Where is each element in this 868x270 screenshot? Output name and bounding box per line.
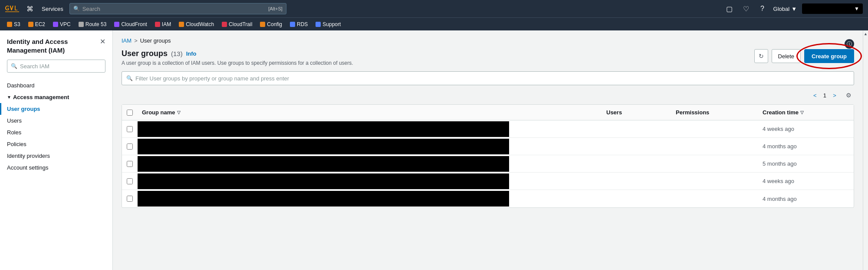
sidebar-item-account-settings[interactable]: Account settings (0, 162, 112, 173)
sidebar-item-dashboard[interactable]: Dashboard (0, 80, 112, 91)
chevron-down-icon: ▼ (854, 6, 859, 12)
service-iam[interactable]: IAM (152, 20, 174, 28)
create-button-wrapper: Create group (804, 49, 854, 63)
row-5-creation: 4 months ago (758, 196, 854, 202)
sidebar-item-policies[interactable]: Policies (0, 138, 112, 150)
row-3-checkbox[interactable] (122, 161, 138, 167)
pagination-settings-button[interactable]: ⚙ (843, 90, 854, 101)
row-1-checkbox[interactable] (122, 126, 138, 132)
service-s3[interactable]: S3 (4, 20, 23, 28)
rds-dot (290, 22, 295, 27)
service-cloudwatch[interactable]: CloudWatch (176, 20, 217, 28)
service-cloudfront[interactable]: CloudFront (112, 20, 149, 28)
main-layout: Identity and Access Management (IAM) ✕ 🔍… (0, 30, 868, 270)
sidebar-item-roles[interactable]: Roles (0, 127, 112, 138)
pagination-next-button[interactable]: > (829, 90, 840, 101)
bell-icon[interactable]: ♡ (740, 3, 752, 14)
iam-search-input[interactable] (20, 63, 102, 70)
s3-dot (7, 22, 12, 27)
table-row: 5 months ago (122, 155, 854, 173)
grid-icon[interactable]: ⌘ (24, 3, 36, 14)
nav-right-area: ▢ ♡ ? Global ▼ ▼ (724, 3, 863, 14)
terminal-icon[interactable]: ▢ (724, 3, 735, 14)
help-icon[interactable]: ? (757, 3, 768, 14)
account-menu[interactable]: ▼ (802, 3, 863, 14)
row-2-checkbox[interactable] (122, 143, 138, 150)
page-description: A user group is a collection of IAM user… (122, 60, 353, 66)
global-search-input[interactable] (82, 6, 266, 12)
breadcrumb-iam-link[interactable]: IAM (122, 37, 132, 44)
select-all-checkbox[interactable] (127, 110, 133, 116)
sort-group-name-icon[interactable]: ▽ (177, 110, 181, 115)
breadcrumb-current: User groups (140, 37, 171, 44)
table-row: 4 weeks ago (122, 120, 854, 138)
row-5-checkbox[interactable] (122, 196, 138, 202)
create-group-button[interactable]: Create group (804, 49, 854, 63)
page-title-area: User groups (13) Info A user group is a … (122, 49, 353, 66)
service-rds[interactable]: RDS (287, 20, 310, 28)
sidebar-item-user-groups[interactable]: User groups (0, 103, 112, 115)
service-bar: S3 EC2 VPC Route 53 CloudFront IAM Cloud… (0, 17, 868, 30)
pagination-prev-button[interactable]: < (809, 90, 821, 101)
row-5-name[interactable] (138, 191, 602, 207)
page-header: User groups (13) Info A user group is a … (122, 49, 854, 66)
global-search-bar[interactable]: 🔍 [Alt+S] (69, 3, 286, 14)
search-icon: 🔍 (11, 63, 17, 69)
service-ec2[interactable]: EC2 (26, 20, 48, 28)
chevron-down-icon: ▼ (791, 6, 797, 12)
sidebar-header: Identity and Access Management (IAM) ✕ (0, 37, 112, 60)
row-3-name[interactable] (138, 156, 602, 172)
info-panel-button[interactable]: ⓘ (845, 39, 854, 49)
breadcrumb: IAM > User groups (122, 37, 854, 44)
sidebar-section-access-management[interactable]: ▼ Access management (0, 91, 112, 103)
th-users: Users (602, 109, 671, 116)
service-vpc[interactable]: VPC (50, 20, 73, 28)
route53-dot (79, 22, 84, 27)
ec2-dot (28, 22, 33, 27)
services-button[interactable]: Services (39, 4, 66, 14)
filter-bar[interactable]: 🔍 (122, 71, 854, 85)
aws-logo[interactable] (5, 4, 19, 13)
sidebar-item-users[interactable]: Users (0, 115, 112, 127)
search-shortcut: [Alt+S] (268, 6, 283, 11)
service-cloudtrail[interactable]: CloudTrail (219, 20, 255, 28)
th-group-name[interactable]: Group name ▽ (138, 109, 602, 116)
row-1-creation: 4 weeks ago (758, 126, 854, 132)
cloudtrail-dot (222, 22, 227, 27)
filter-search-icon: 🔍 (126, 75, 133, 81)
row-1-name[interactable] (138, 121, 602, 137)
service-support[interactable]: Support (313, 20, 343, 28)
support-dot (316, 22, 321, 27)
sidebar-close-button[interactable]: ✕ (100, 37, 105, 46)
sort-creation-icon[interactable]: ▽ (800, 110, 804, 115)
table-row: 4 months ago (122, 138, 854, 155)
iam-dot (155, 22, 160, 27)
config-dot (260, 22, 265, 27)
iam-search-bar[interactable]: 🔍 (7, 60, 105, 73)
th-permissions: Permissions (671, 109, 758, 116)
th-creation-time[interactable]: Creation time ▽ (758, 109, 854, 116)
th-checkbox[interactable] (122, 110, 138, 116)
scrollbar-up-button[interactable]: ▲ (863, 30, 868, 37)
row-4-name[interactable] (138, 173, 602, 189)
scrollbar-track[interactable]: ▲ (863, 30, 868, 270)
service-route53[interactable]: Route 53 (76, 20, 109, 28)
region-selector[interactable]: Global ▼ (773, 6, 797, 12)
pagination-page-number: 1 (823, 92, 826, 99)
sidebar: Identity and Access Management (IAM) ✕ 🔍… (0, 30, 113, 270)
row-2-name[interactable] (138, 139, 602, 154)
cloudfront-dot (114, 22, 119, 27)
sidebar-item-identity-providers[interactable]: Identity providers (0, 150, 112, 162)
row-4-creation: 4 weeks ago (758, 178, 854, 184)
chevron-down-icon: ▼ (7, 95, 11, 100)
info-link[interactable]: Info (186, 50, 197, 57)
filter-input[interactable] (135, 75, 849, 82)
refresh-button[interactable]: ↻ (754, 49, 768, 63)
breadcrumb-separator: > (134, 37, 138, 44)
search-icon: 🔍 (73, 6, 80, 12)
service-config[interactable]: Config (257, 20, 285, 28)
row-4-checkbox[interactable] (122, 178, 138, 184)
delete-button[interactable]: Delete (772, 49, 801, 63)
main-content: ⓘ IAM > User groups User groups (13) Inf… (113, 30, 863, 270)
table-row: 4 months ago (122, 190, 854, 207)
